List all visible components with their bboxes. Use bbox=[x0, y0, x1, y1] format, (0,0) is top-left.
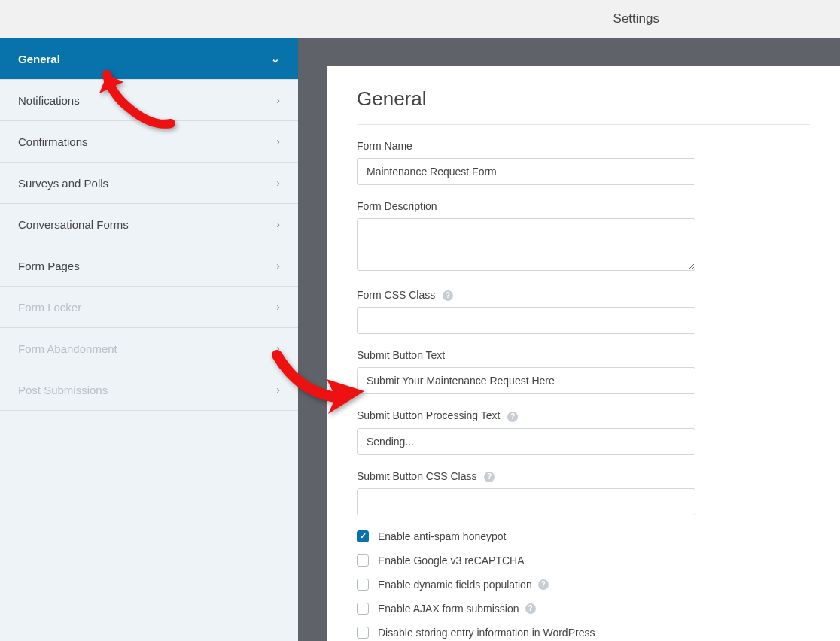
chevron-right-icon: › bbox=[276, 260, 280, 272]
sidebar-item-label: Form Pages bbox=[18, 260, 80, 272]
help-icon[interactable]: ? bbox=[507, 412, 518, 422]
help-icon[interactable]: ? bbox=[443, 290, 453, 301]
chevron-right-icon: › bbox=[276, 301, 280, 313]
form-css-class-label: Form CSS Class ? bbox=[357, 289, 810, 301]
sidebar-item-conversational-forms[interactable]: Conversational Forms› bbox=[0, 204, 298, 245]
submit-button-processing-label-text: Submit Button Processing Text bbox=[357, 409, 500, 421]
checkbox[interactable] bbox=[357, 627, 369, 639]
field-form-description: Form Description bbox=[357, 200, 810, 274]
sidebar-item-label: Post Submissions bbox=[18, 384, 108, 396]
chevron-right-icon: › bbox=[276, 384, 280, 396]
chevron-right-icon: › bbox=[276, 94, 280, 106]
help-icon[interactable]: ? bbox=[525, 603, 536, 614]
submit-button-text-label: Submit Button Text bbox=[357, 349, 810, 361]
chevron-right-icon: › bbox=[276, 135, 280, 147]
topbar-title: Settings bbox=[613, 11, 659, 26]
submit-button-css-class-input[interactable] bbox=[357, 488, 695, 515]
submit-button-css-class-label-text: Submit Button CSS Class bbox=[357, 470, 477, 482]
help-icon[interactable]: ? bbox=[484, 472, 495, 482]
sidebar-item-label: Form Locker bbox=[18, 301, 81, 314]
panel-heading: General bbox=[357, 87, 810, 125]
form-css-class-label-text: Form CSS Class bbox=[357, 289, 435, 301]
checkbox-label: Enable dynamic fields population bbox=[378, 579, 532, 591]
sidebar-item-form-locker[interactable]: Form Locker› bbox=[0, 287, 298, 328]
submit-button-css-class-label: Submit Button CSS Class ? bbox=[357, 470, 810, 482]
sidebar-item-surveys-and-polls[interactable]: Surveys and Polls› bbox=[0, 163, 298, 204]
chevron-right-icon: › bbox=[276, 177, 280, 189]
checkbox[interactable] bbox=[357, 579, 369, 591]
sidebar-item-label: General bbox=[18, 53, 60, 65]
field-form-css-class: Form CSS Class ? bbox=[357, 289, 810, 334]
submit-button-processing-input[interactable] bbox=[357, 428, 695, 455]
checkbox-label: Enable Google v3 reCAPTCHA bbox=[378, 554, 525, 567]
sidebar-item-form-pages[interactable]: Form Pages› bbox=[0, 245, 298, 287]
field-form-name: Form Name bbox=[357, 140, 810, 185]
help-icon[interactable]: ? bbox=[538, 579, 549, 590]
checkbox-group: Enable anti-spam honeypotEnable Google v… bbox=[357, 530, 810, 639]
settings-panel: General Form Name Form Description Form … bbox=[327, 66, 840, 641]
sidebar-item-notifications[interactable]: Notifications› bbox=[0, 80, 298, 121]
sidebar-item-confirmations[interactable]: Confirmations› bbox=[0, 121, 298, 163]
sidebar: General⌄Notifications›Confirmations›Surv… bbox=[0, 38, 298, 641]
submit-button-text-input[interactable] bbox=[357, 367, 695, 394]
checkbox-label: Enable anti-spam honeypot bbox=[378, 530, 506, 542]
checkbox-row: Enable dynamic fields population? bbox=[357, 579, 810, 591]
topbar: Settings bbox=[0, 0, 840, 38]
form-css-class-input[interactable] bbox=[357, 307, 695, 334]
checkbox[interactable] bbox=[357, 530, 369, 542]
sidebar-item-label: Confirmations bbox=[18, 135, 88, 148]
checkbox[interactable] bbox=[357, 603, 369, 615]
field-submit-button-css-class: Submit Button CSS Class ? bbox=[357, 470, 810, 515]
chevron-right-icon: › bbox=[276, 218, 280, 230]
sidebar-item-post-submissions[interactable]: Post Submissions› bbox=[0, 369, 298, 411]
sidebar-item-general[interactable]: General⌄ bbox=[0, 38, 298, 80]
form-name-input[interactable] bbox=[357, 158, 695, 185]
sidebar-item-form-abandonment[interactable]: Form Abandonment› bbox=[0, 328, 298, 369]
layout: General⌄Notifications›Confirmations›Surv… bbox=[0, 38, 840, 641]
sidebar-item-label: Form Abandonment bbox=[18, 342, 117, 355]
checkbox-row: Enable Google v3 reCAPTCHA bbox=[357, 554, 810, 567]
main-area: General Form Name Form Description Form … bbox=[298, 38, 840, 641]
submit-button-processing-label: Submit Button Processing Text ? bbox=[357, 409, 810, 421]
checkbox-row: Disable storing entry information in Wor… bbox=[357, 627, 810, 639]
checkbox-row: Enable anti-spam honeypot bbox=[357, 530, 810, 542]
field-submit-button-text: Submit Button Text bbox=[357, 349, 810, 394]
field-submit-button-processing-text: Submit Button Processing Text ? bbox=[357, 409, 810, 454]
chevron-down-icon: ⌄ bbox=[271, 53, 280, 65]
form-description-input[interactable] bbox=[357, 218, 695, 271]
checkbox-label: Disable storing entry information in Wor… bbox=[378, 627, 595, 639]
sidebar-item-label: Notifications bbox=[18, 94, 80, 107]
form-description-label: Form Description bbox=[357, 200, 810, 212]
checkbox-row: Enable AJAX form submission? bbox=[357, 603, 810, 615]
sidebar-item-label: Surveys and Polls bbox=[18, 177, 108, 190]
sidebar-item-label: Conversational Forms bbox=[18, 218, 129, 231]
checkbox-label: Enable AJAX form submission bbox=[378, 603, 519, 615]
checkbox[interactable] bbox=[357, 554, 369, 567]
form-name-label: Form Name bbox=[357, 140, 810, 152]
chevron-right-icon: › bbox=[276, 342, 280, 354]
